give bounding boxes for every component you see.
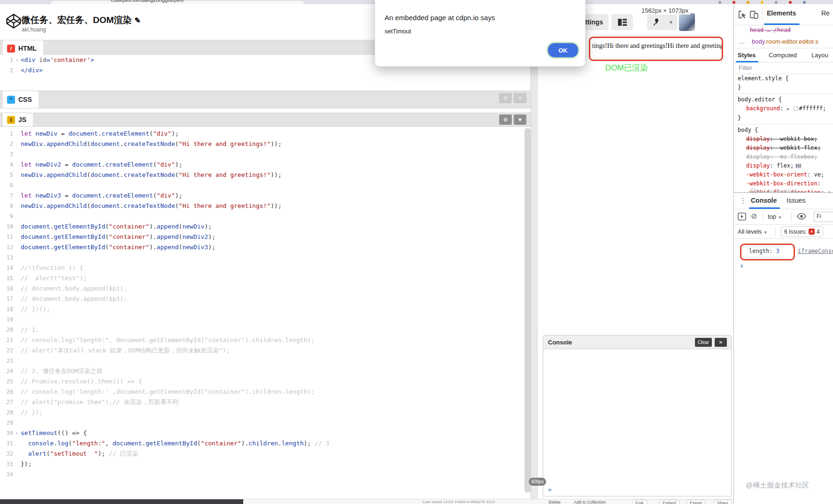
editor-scrollbar[interactable]: [524, 128, 531, 493]
tab-elements[interactable]: Elements: [767, 9, 796, 17]
code-line[interactable]: 25// Promise.resolve().then(() => {: [0, 376, 524, 387]
code-line[interactable]: 2newDiv.appendChild(document.createTextN…: [0, 139, 524, 149]
breadcrumb-more-icon[interactable]: …: [739, 38, 745, 45]
code-line[interactable]: 26// console.log('length:' ,document.get…: [0, 387, 524, 397]
share-button[interactable]: Share: [714, 500, 732, 504]
code-line[interactable]: 24// 2. 微任务在DOM渲染之前: [0, 366, 524, 376]
expand-arrow-icon[interactable]: ▶: [787, 107, 792, 111]
console-sidebar-icon[interactable]: [738, 213, 746, 221]
devtools-console-prompt[interactable]: ›: [740, 261, 743, 269]
code-line[interactable]: 2</div>: [0, 65, 524, 76]
eye-icon[interactable]: [797, 213, 806, 220]
user-avatar[interactable]: [679, 13, 695, 31]
code-line[interactable]: 6: [0, 180, 524, 191]
code-line[interactable]: 22// alert("本次Call stack 結束，DOM结构已更新，但尚未…: [0, 345, 524, 356]
inspect-element-icon[interactable]: [738, 10, 748, 20]
code-line[interactable]: 31 console.log("length:", document.getEl…: [0, 438, 524, 449]
code-line[interactable]: 20// 1.: [0, 325, 524, 335]
export-button[interactable]: Export: [686, 500, 705, 504]
edit-pencil-icon[interactable]: ✎: [134, 16, 140, 24]
code-line[interactable]: 12document.getElementById("container").a…: [0, 242, 524, 252]
context-selector[interactable]: top ▼: [768, 213, 782, 220]
code-line[interactable]: 5newDiv.appendChild(document.createTextN…: [0, 170, 524, 180]
styles-filter-input[interactable]: Filter: [739, 64, 752, 71]
tab-computed[interactable]: Computed: [769, 52, 797, 59]
code-line[interactable]: 33});: [0, 459, 524, 469]
css-property[interactable]: display: flex;: [734, 161, 833, 170]
embed-button[interactable]: Embed: [659, 500, 679, 504]
preview-console-header[interactable]: Console Clear ✕: [543, 336, 731, 349]
log-source-link[interactable]: iframeConso: [798, 248, 833, 254]
code-line[interactable]: 7let newDiv3 = document.createElement("d…: [0, 191, 524, 201]
code-line[interactable]: 3: [0, 149, 524, 160]
code-line[interactable]: 8newDiv.appendChild(document.createTextN…: [0, 201, 524, 211]
pin-button[interactable]: [647, 14, 665, 30]
css-rule-selector[interactable]: element.style {: [734, 74, 833, 83]
tab-issues[interactable]: Issues: [787, 197, 805, 204]
code-line[interactable]: 32 alert("setTimout "); // 已渲染: [0, 449, 524, 459]
fold-arrow-icon[interactable]: ▾: [15, 428, 18, 439]
code-line[interactable]: 11document.getElementById("container").a…: [0, 232, 524, 242]
css-property[interactable]: display: -webkit-flex;: [734, 144, 833, 153]
tab-console[interactable]: Console: [751, 197, 777, 204]
js-editor[interactable]: 1let newDiv = document.createElement("di…: [0, 129, 524, 490]
code-line[interactable]: 23: [0, 356, 524, 366]
code-line[interactable]: 13: [0, 252, 524, 263]
extension-icon[interactable]: [718, 1, 721, 4]
console-prompt[interactable]: >: [548, 486, 552, 493]
css-property[interactable]: display: -ms-flexbox;: [734, 153, 833, 161]
browser-avatar-icon[interactable]: [803, 1, 806, 4]
add-to-collection-button[interactable]: Add to Collection: [574, 500, 606, 504]
css-rule-selector[interactable]: body {: [734, 126, 833, 135]
kebab-menu-icon[interactable]: ⋮: [740, 197, 747, 205]
console-clear-button[interactable]: Clear: [695, 338, 712, 347]
codepen-logo-icon[interactable]: [6, 12, 22, 31]
delete-button[interactable]: Delete: [548, 500, 561, 504]
code-line[interactable]: 27// alert("promise then");// 未渲染，页面看不到: [0, 397, 524, 407]
code-line[interactable]: 15// alert("test");: [0, 273, 524, 283]
flex-editor-icon[interactable]: [795, 163, 802, 168]
code-line[interactable]: 17// document.body.append($p1);: [0, 294, 524, 304]
ok-button[interactable]: OK: [548, 43, 578, 57]
issues-counter[interactable]: 6 Issues: ✕ 4: [781, 226, 823, 237]
js-settings-button[interactable]: ⚙: [499, 115, 512, 125]
code-line[interactable]: 29: [0, 418, 524, 428]
tab-recorder[interactable]: Re: [821, 9, 830, 17]
dom-tree-row[interactable]: head … /head: [734, 25, 833, 36]
color-swatch[interactable]: [794, 107, 798, 111]
code-line[interactable]: 18// })();: [0, 304, 524, 314]
css-settings-button[interactable]: ⚙: [499, 93, 512, 103]
code-line[interactable]: 21// console.log("length:", document.get…: [0, 335, 524, 345]
css-property[interactable]: background: ▶ #ffffff;: [734, 104, 833, 114]
url-bar[interactable]: codepen.io/huangzonggui/pen/: [51, 1, 304, 4]
code-line[interactable]: 30▾setTimeout(() => {: [0, 428, 524, 438]
code-line[interactable]: 34: [0, 469, 524, 480]
code-line[interactable]: 19: [0, 314, 524, 325]
code-line[interactable]: 14//!(function () {: [0, 263, 524, 273]
css-rule-selector[interactable]: body.editor {: [734, 95, 833, 104]
code-line[interactable]: 16// document.body.append($p1);: [0, 283, 524, 294]
extension-icon[interactable]: [761, 1, 764, 4]
extension-icon[interactable]: [747, 1, 749, 4]
code-line[interactable]: 1let newDiv = document.createElement("di…: [0, 129, 524, 139]
bottom-console-strip[interactable]: [0, 499, 243, 504]
log-levels-dropdown[interactable]: All levels ▼: [738, 228, 767, 235]
fork-button[interactable]: Fork: [632, 500, 647, 504]
code-line[interactable]: 4let newDiv2 = document.createElement("d…: [0, 160, 524, 170]
pin-dropdown-button[interactable]: ▼: [665, 14, 677, 30]
breadcrumb-item[interactable]: body.room-editor.editor.s: [752, 38, 818, 45]
extension-icon[interactable]: [789, 1, 792, 4]
pen-author[interactable]: aki.huang: [22, 26, 46, 33]
editor-preview-divider[interactable]: [531, 40, 538, 499]
clear-console-icon[interactable]: ⊘: [751, 212, 757, 221]
tab-styles[interactable]: Styles: [738, 52, 756, 59]
code-line[interactable]: 10document.getElementById("container").a…: [0, 221, 524, 232]
tab-html[interactable]: / HTML: [3, 40, 43, 56]
css-collapse-button[interactable]: ▼: [514, 93, 526, 103]
code-line[interactable]: 28// });: [0, 407, 524, 418]
fold-arrow-icon[interactable]: ▾: [15, 55, 18, 66]
console-filter-input[interactable]: Fi: [814, 212, 833, 222]
device-toolbar-icon[interactable]: [749, 10, 759, 19]
tab-css[interactable]: * CSS: [3, 91, 39, 108]
extension-icon[interactable]: [775, 1, 778, 4]
